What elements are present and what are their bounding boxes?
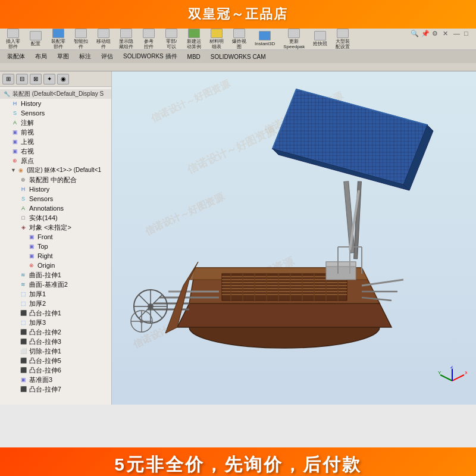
maximize-icon[interactable]: □ — [464, 30, 474, 39]
tree-item-solid-bodies[interactable]: □ 实体(144) — [0, 213, 111, 223]
svg-text:Z: Z — [450, 366, 453, 369]
tree-item-top[interactable]: ▣ Top — [0, 242, 111, 251]
origin-icon-2: ⊕ — [27, 261, 36, 270]
menu-markup[interactable]: 标注 — [74, 52, 96, 61]
toolbar-btn-instant3d[interactable]: Instant3D — [251, 30, 278, 48]
tree-item-history-2[interactable]: H History — [0, 184, 111, 194]
toolbar-buttons-row: 插入零部件 配置 装配零部件 智能扣件 移动组件 显示隐藏组件 — [0, 29, 476, 50]
menu-sketch[interactable]: 草图 — [52, 52, 74, 61]
menu-layout[interactable]: 布局 — [30, 52, 52, 61]
menu-sw-plugins[interactable]: SOLIDWORKS 插件 — [118, 52, 182, 61]
top-banner: 双皇冠～正品店 — [0, 0, 476, 29]
svg-marker-15 — [177, 303, 392, 327]
tree-item-top-plane-1[interactable]: ▣ 上视 — [0, 137, 111, 146]
tree-item-surface-plane-2[interactable]: ≋ 曲面-基准面2 — [0, 280, 111, 289]
3d-viewport[interactable]: 信诺设计～好图资源 信诺设计～好图资源 信诺设计～好图资源 信诺设计～好图资源 … — [112, 71, 476, 405]
tree-item-right[interactable]: ▣ Right — [0, 251, 111, 261]
tree-item-boss-extrude-5[interactable]: ⬛ 凸台-拉伸5 — [0, 356, 111, 365]
svg-text:Y: Y — [438, 370, 441, 375]
panel-btn-feature[interactable]: ⊞ — [2, 74, 14, 84]
panel-toolbar: ⊞ ⊟ ⊠ ✦ ◉ — [0, 71, 111, 87]
panel-btn-config-mgr[interactable]: ⊠ — [30, 74, 42, 84]
toolbar-btn-part[interactable]: 零部/可以 — [161, 29, 182, 50]
tree-item-cut-extrude-1[interactable]: ⬜ 切除-拉伸1 — [0, 346, 111, 356]
pin-icon[interactable]: 📌 — [421, 30, 431, 39]
toolbar-btn-snapshot[interactable]: 抢快照 — [309, 30, 331, 48]
tree-item-annotations-1[interactable]: A 注解 — [0, 118, 111, 127]
surface-extrude-icon-1: ≋ — [19, 271, 27, 279]
menu-evaluate[interactable]: 评估 — [96, 52, 118, 61]
search-icon[interactable]: 🔍 — [411, 30, 420, 39]
svg-rect-37 — [326, 262, 356, 267]
toolbar-btn-config[interactable]: 配置 — [25, 30, 46, 48]
toolbar-btn-large-asm[interactable]: 大型装配设置 — [332, 29, 353, 50]
tree-item-sensors-2[interactable]: S Sensors — [0, 194, 111, 203]
panel-btn-dim[interactable]: ✦ — [43, 74, 55, 84]
tree-item-front-plane-1[interactable]: ▣ 前视 — [0, 127, 111, 137]
tree-item-origin-1[interactable]: ⊕ 原点 — [0, 156, 111, 165]
right-plane-icon-1: ▣ — [11, 147, 19, 155]
tree-item-mates[interactable]: ⊕ 装配图 中的配合 — [0, 175, 111, 184]
tree-item-body-component[interactable]: ▼ ◉ (固定) 躯体<1>-> (Default<1 — [0, 165, 111, 175]
tree-item-boss-extrude-3[interactable]: ⬛ 凸台-拉伸3 — [0, 337, 111, 346]
axes-indicator: X Y Z — [437, 366, 467, 396]
toolbar-btn-ref[interactable]: 参考控件 — [138, 29, 159, 50]
boss-extrude-icon-1: ⬛ — [19, 309, 27, 317]
toolbar-btn-motion[interactable]: 新建运动算例 — [183, 29, 205, 50]
menu-mbd[interactable]: MBD — [183, 53, 205, 61]
tree-item-boss-extrude-6[interactable]: ⬛ 凸台-拉伸6 — [0, 365, 111, 375]
tree-item-material[interactable]: ◈ 对象 <未指定> — [0, 223, 111, 232]
thicken-icon-2: ⬚ — [19, 299, 27, 308]
toolbar-btn-show-hide[interactable]: 显示隐藏组件 — [115, 29, 137, 50]
explode-icon — [233, 29, 245, 38]
svg-line-61 — [452, 375, 464, 381]
tree-item-ref-plane-3[interactable]: ▣ 基准面3 — [0, 375, 111, 384]
tree-item-thicken-2[interactable]: ⬚ 加厚2 — [0, 299, 111, 308]
tree-item-origin-2[interactable]: ⊕ Origin — [0, 261, 111, 270]
svg-line-63 — [440, 375, 452, 381]
history-icon-1: H — [11, 99, 19, 108]
toolbar-btn-insert[interactable]: 插入零部件 — [2, 29, 24, 50]
tree-item-boss-extrude-1[interactable]: ⬛ 凸台-拉伸1 — [0, 308, 111, 318]
menu-sw-cam[interactable]: SOLIDWORKS CAM — [206, 53, 271, 61]
ref-plane-icon-3: ▣ — [19, 375, 27, 384]
toolbar-btn-smart[interactable]: 智能扣件 — [70, 29, 92, 50]
history-icon-2: H — [19, 185, 27, 193]
tree-item-thicken-1[interactable]: ⬚ 加厚1 — [0, 289, 111, 299]
mates-icon: ⊕ — [19, 176, 27, 184]
tree-item-boss-extrude-2[interactable]: ⬛ 凸台-拉伸2 — [0, 327, 111, 337]
panel-btn-display[interactable]: ◉ — [57, 74, 69, 84]
tree-item-front[interactable]: ▣ Front — [0, 232, 111, 242]
tree-item-boss-extrude-7[interactable]: ⬛ 凸台-拉伸7 — [0, 384, 111, 394]
tree-item-right-plane-1[interactable]: ▣ 右视 — [0, 146, 111, 156]
panel-btn-property[interactable]: ⊟ — [16, 74, 28, 84]
assemble-icon — [52, 29, 64, 38]
toolbar-btn-assemble[interactable]: 装配零部件 — [48, 29, 69, 50]
boss-extrude-icon-3: ⬛ — [19, 337, 27, 346]
minimize-icon[interactable]: — — [453, 30, 463, 39]
insert-icon — [7, 29, 19, 38]
toolbar-btn-bom[interactable]: 材料明细表 — [206, 29, 227, 50]
speedpak-icon — [288, 29, 300, 38]
boss-extrude-icon-6: ⬛ — [19, 366, 27, 374]
tree-item-annotations-2[interactable]: A Annotations — [0, 203, 111, 213]
sw-toolbar: 插入零部件 配置 装配零部件 智能扣件 移动组件 显示隐藏组件 — [0, 29, 476, 71]
thicken-icon-1: ⬚ — [19, 290, 27, 298]
settings-icon[interactable]: ⚙ — [432, 30, 441, 39]
boss-extrude-icon-2: ⬛ — [19, 328, 27, 336]
tree-item-sensors-1[interactable]: S Sensors — [0, 108, 111, 118]
menu-assembly[interactable]: 装配体 — [2, 52, 30, 61]
toolbar-btn-speedpak[interactable]: 更新Speedpak — [280, 29, 308, 50]
tree-item-surface-extrude-1[interactable]: ≋ 曲面-拉伸1 — [0, 270, 111, 280]
tree-header: 🔧 装配图 (Default<Default_Display S — [0, 89, 111, 99]
toolbar-btn-explode[interactable]: 爆炸视图 — [228, 29, 250, 50]
instant3d-icon — [259, 31, 271, 40]
tree-item-thicken-3[interactable]: ⬚ 加厚3 — [0, 318, 111, 327]
toolbar-btn-move[interactable]: 移动组件 — [93, 29, 114, 50]
surface-plane-icon-2: ≋ — [19, 280, 27, 289]
close-icon[interactable]: ✕ — [443, 30, 452, 39]
tree-item-history-1[interactable]: H History — [0, 99, 111, 108]
menu-bar: 装配体 布局 草图 标注 评估 SOLIDWORKS 插件 MBD SOLIDW… — [0, 50, 476, 63]
3d-model-svg — [112, 77, 475, 399]
feature-tree: 🔧 装配图 (Default<Default_Display S H Histo… — [0, 87, 111, 405]
